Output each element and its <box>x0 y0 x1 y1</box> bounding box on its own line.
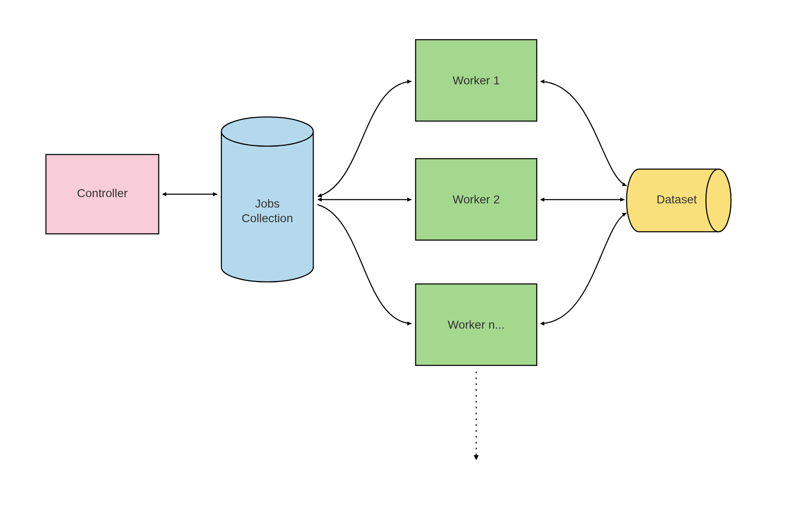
svg-point-1 <box>221 117 313 146</box>
dataset-label: Dataset <box>657 193 697 206</box>
workern-node: Worker n... <box>416 284 537 365</box>
worker1-label: Worker 1 <box>452 74 500 87</box>
arrow-jobs-workern <box>317 205 411 324</box>
worker1-node: Worker 1 <box>416 40 537 121</box>
controller-node: Controller <box>46 155 159 234</box>
jobs-collection-node: Jobs Collection <box>221 117 313 282</box>
svg-point-5 <box>706 169 731 232</box>
architecture-diagram: Controller Jobs Collection Worker 1 Work… <box>0 0 802 532</box>
workern-label: Worker n... <box>448 318 505 331</box>
arrow-jobs-worker1 <box>318 81 411 196</box>
arrow-workern-dataset <box>541 213 627 324</box>
jobs-label-line1: Jobs <box>255 197 279 210</box>
dataset-node: Dataset <box>627 169 731 232</box>
arrow-worker1-dataset <box>541 81 627 186</box>
worker2-node: Worker 2 <box>416 159 537 240</box>
controller-label: Controller <box>77 187 127 200</box>
jobs-label-line2: Collection <box>242 212 293 225</box>
worker2-label: Worker 2 <box>452 193 500 206</box>
